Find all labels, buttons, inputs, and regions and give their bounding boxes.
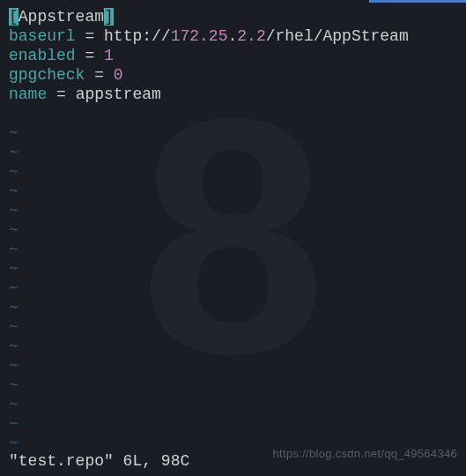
ip-dot: . (227, 27, 237, 45)
vim-status-line: "test.repo" 6L, 98C (9, 451, 189, 471)
config-value-plain: appstream (76, 86, 161, 103)
url-prefix: http:// (104, 27, 171, 45)
vim-tilde-line: ~ (9, 240, 457, 259)
equals-sign: = (47, 86, 75, 103)
vim-tilde-line: ~ (9, 123, 457, 143)
config-line-baseurl: baseurl = http://172.25.2.2/rhel/AppStre… (9, 26, 457, 46)
config-key: enabled (9, 47, 76, 64)
config-line-enabled: enabled = 1 (9, 46, 457, 65)
vim-tilde-line: ~ (9, 201, 457, 220)
vim-tilde-line: ~ (9, 395, 457, 414)
config-key: gpgcheck (9, 66, 85, 84)
top-accent-border (369, 0, 466, 3)
empty-line (9, 104, 457, 123)
section-header-line: [Appstream] (9, 7, 457, 26)
vim-tilde-line: ~ (9, 162, 457, 182)
ip-segment-2: 2.2 (237, 27, 265, 45)
vim-tilde-line: ~ (9, 337, 457, 356)
cursor-bracket-open: [ (9, 8, 18, 26)
editor-content[interactable]: [Appstream] baseurl = http://172.25.2.2/… (9, 7, 457, 453)
bracket-close-hl: ] (104, 8, 114, 26)
equals-sign: = (76, 27, 104, 45)
vim-tilde-line: ~ (9, 434, 457, 453)
vim-tilde-line: ~ (9, 298, 457, 317)
config-key: name (9, 86, 47, 103)
url-suffix: /rhel/AppStream (266, 27, 409, 45)
ip-segment-1: 172.25 (171, 27, 228, 45)
config-value-num: 1 (104, 47, 114, 64)
vim-tilde-line: ~ (9, 356, 457, 376)
section-name: Appstream (18, 8, 104, 26)
vim-tilde-line: ~ (9, 259, 457, 279)
vim-tilde-line: ~ (9, 317, 457, 337)
vim-tilde-line: ~ (9, 143, 457, 162)
vim-tilde-line: ~ (9, 279, 457, 298)
vim-tilde-line: ~ (9, 414, 457, 434)
vim-tilde-line: ~ (9, 376, 457, 395)
vim-tilde-line: ~ (9, 220, 457, 240)
equals-sign: = (85, 66, 113, 84)
vim-tilde-line: ~ (9, 182, 457, 201)
config-value-num: 0 (114, 66, 123, 84)
equals-sign: = (76, 47, 104, 64)
config-key: baseurl (9, 27, 76, 45)
config-line-name: name = appstream (9, 85, 457, 104)
config-line-gpgcheck: gpgcheck = 0 (9, 65, 457, 85)
